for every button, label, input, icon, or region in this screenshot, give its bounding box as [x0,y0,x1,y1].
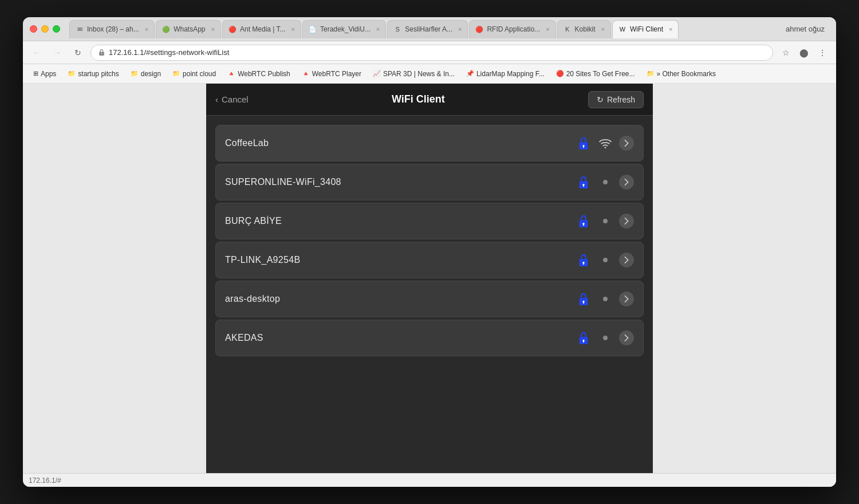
wifi-network-item[interactable]: CoffeeLab [215,125,644,162]
bookmark-pointcloud[interactable]: 📁point cloud [168,67,220,81]
wifi-ssid: BURÇ ABİYE [225,216,576,226]
forward-button[interactable]: → [49,45,65,61]
bookmark-design[interactable]: 📁design [126,67,166,81]
bookmark-button[interactable]: ☆ [778,45,794,61]
bookmark-webrtcplayer[interactable]: 🔺WebRTC Player [297,67,366,81]
bookmark-icon: 🔴 [556,70,564,77]
tab-close-wificlient[interactable]: × [669,26,672,33]
bookmark-»otherbookmarks[interactable]: 📁» Other Bookmarks [642,67,720,81]
refresh-icon: ↻ [597,95,604,104]
tab-kobikit[interactable]: KKobikit× [557,20,611,38]
signal-icon [598,292,612,306]
chevron-svg [624,334,629,342]
wifi-network-item[interactable]: BURÇ ABİYE [215,203,644,239]
lock-svg [577,213,590,229]
svg-point-3 [605,147,606,148]
minimize-button[interactable] [41,25,49,33]
wifi-ssid: AKEDAS [225,333,576,343]
signal-dot [603,180,608,184]
wifi-network-item[interactable]: aras-desktop [215,281,644,317]
bookmark-icon: 📁 [131,70,139,77]
tab-close-sesliharfler[interactable]: × [458,26,462,33]
tab-rfid[interactable]: 🔴RFID Applicatio...× [469,20,555,38]
address-text: 172.16.1.1/#settings-network-wifiList [109,48,766,57]
tab-favicon-antmedia: 🔴 [228,25,237,33]
wifi-network-list: CoffeeLab SUPERONLINE-WiFi_3408 BURÇ ABİ… [206,116,653,365]
refresh-button[interactable]: ↻ Refresh [588,91,644,108]
chevron-svg [624,217,629,225]
tab-gmail[interactable]: ✉Inbox (28) – ah...× [69,20,155,38]
tab-label-rfid: RFID Applicatio... [487,25,540,33]
bookmark-icon: 📁 [172,70,180,77]
tab-label-whatsapp: WhatsApp [174,25,205,33]
back-chevron-icon: ‹ [215,94,218,104]
tab-close-kobikit[interactable]: × [601,26,605,33]
wifi-network-item[interactable]: SUPERONLINE-WiFi_3408 [215,164,644,200]
tab-label-sesliharfler: SesliHarfler A... [405,25,452,33]
bookmark-label: WebRTC Player [312,70,361,78]
svg-rect-15 [583,302,584,304]
chevron-right-icon[interactable] [619,136,634,151]
signal-dot [603,297,608,301]
tab-favicon-kobikit: K [564,25,572,33]
bookmark-apps[interactable]: ⊞Apps [29,67,61,81]
chevron-svg [624,139,629,147]
signal-icon [598,214,612,228]
wifi-network-item[interactable]: AKEDAS [215,320,644,356]
wifi-item-icons [576,134,634,152]
bookmark-20sitestogetfree...[interactable]: 🔴20 Sites To Get Free... [551,67,640,81]
wifi-ssid: SUPERONLINE-WiFi_3408 [225,177,576,187]
menu-button[interactable]: ⋮ [814,45,830,61]
circle-button[interactable]: ⬤ [796,45,812,61]
back-button[interactable]: ← [29,45,45,61]
bookmark-webrtcpublish[interactable]: 🔺WebRTC Publish [223,67,295,81]
signal-icon [598,331,612,345]
reload-button[interactable]: ↻ [70,45,86,61]
wifi-ssid: TP-LINK_A9254B [225,255,576,265]
close-button[interactable] [30,25,37,33]
lock-svg [577,291,590,307]
chevron-right-icon[interactable] [619,330,634,345]
bookmark-label: design [141,70,161,78]
bookmark-startuppitchs[interactable]: 📁startup pitchs [63,67,123,81]
chevron-right-icon[interactable] [619,175,634,190]
chevron-right-icon[interactable] [619,214,634,229]
wifi-ssid: aras-desktop [225,294,576,304]
bookmark-label: startup pitchs [78,70,119,78]
wifi-network-item[interactable]: TP-LINK_A9254B [215,242,644,278]
lock-icon [576,290,592,308]
tab-sesliharfler[interactable]: SSesliHarfler A...× [387,20,468,38]
svg-rect-6 [583,185,584,187]
cancel-button[interactable]: ‹ Cancel [215,94,249,104]
tab-close-rfid[interactable]: × [546,26,549,33]
bookmark-icon: 📁 [647,70,655,77]
tab-antmedia[interactable]: 🔴Ant Media | T...× [222,20,301,38]
tab-label-gmail: Inbox (28) – ah... [87,25,139,33]
tab-close-whatsapp[interactable]: × [211,26,215,33]
status-bar: 172.16.1/# [23,473,836,487]
tab-close-antmedia[interactable]: × [291,26,295,33]
chevron-right-icon[interactable] [619,292,634,306]
lock-svg [577,174,590,190]
tab-favicon-teradek: 📄 [309,25,317,33]
tab-wificlient[interactable]: WWiFi Client× [612,20,679,38]
bookmark-label: 20 Sites To Get Free... [566,70,635,78]
tab-teradek[interactable]: 📄Teradek_VidiU...× [302,20,386,38]
bookmark-spar3d|news&in...[interactable]: 📈SPAR 3D | News & In... [368,67,459,81]
bookmark-icon: 📁 [68,70,76,77]
tab-close-gmail[interactable]: × [145,26,148,33]
lock-icon [576,329,592,347]
traffic-lights [30,25,60,33]
wifi-header: ‹ Cancel WiFi Client ↻ Refresh [206,84,653,116]
tab-label-antmedia: Ant Media | T... [240,25,286,33]
bookmark-label: SPAR 3D | News & In... [383,70,455,78]
bookmark-lidarmapmappingf...[interactable]: 📌LidarMap Mapping F... [462,67,549,81]
chevron-right-icon[interactable] [619,253,634,267]
tab-close-teradek[interactable]: × [376,26,380,33]
bookmark-icon: 📈 [373,70,381,77]
address-bar[interactable]: 172.16.1.1/#settings-network-wifiList [90,45,773,61]
tab-whatsapp[interactable]: 🟢WhatsApp× [156,20,221,38]
chevron-svg [624,256,629,264]
maximize-button[interactable] [53,25,60,33]
lock-icon [576,134,592,152]
